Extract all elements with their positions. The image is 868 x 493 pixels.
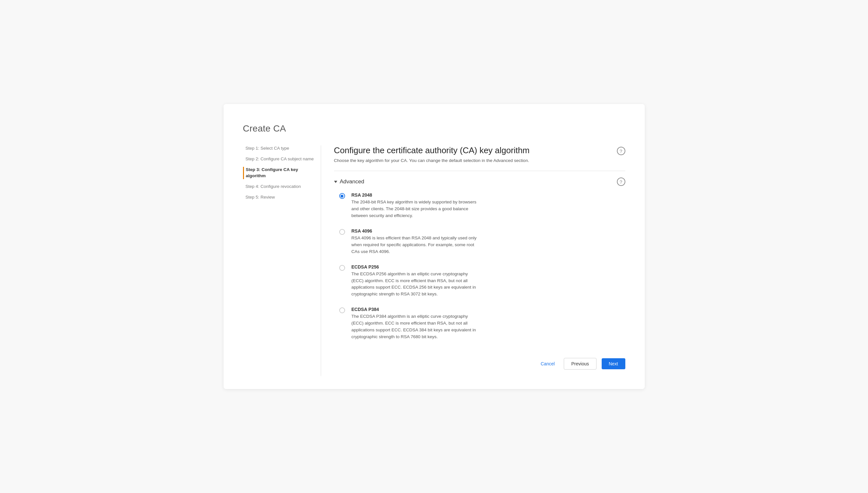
radio-options: RSA 2048The 2048-bit RSA key algorithm i… xyxy=(334,192,625,340)
page-container: Create CA Step 1: Select CA typeStep 2: … xyxy=(224,104,645,389)
radio-name-rsa2048: RSA 2048 xyxy=(352,192,481,198)
content-title: Configure the certificate authority (CA)… xyxy=(334,146,612,155)
sidebar-nav: Step 1: Select CA typeStep 2: Configure … xyxy=(243,146,314,200)
advanced-header: Advanced ? xyxy=(334,177,625,186)
radio-label-group-rsa2048: RSA 2048The 2048-bit RSA key algorithm i… xyxy=(352,192,481,219)
title-help-icon[interactable]: ? xyxy=(617,147,625,155)
content-subtitle: Choose the key algorithm for your CA. Yo… xyxy=(334,158,625,163)
sidebar-item-step3[interactable]: Step 3: Configure CA key algorithm xyxy=(243,167,314,179)
main-layout: Step 1: Select CA typeStep 2: Configure … xyxy=(243,146,625,376)
radio-name-rsa4096: RSA 4096 xyxy=(352,228,481,234)
next-button[interactable]: Next xyxy=(602,358,625,369)
radio-btn-rsa2048[interactable] xyxy=(339,193,345,199)
content-header: Configure the certificate authority (CA)… xyxy=(334,146,625,155)
divider xyxy=(334,171,625,171)
sidebar-item-step1[interactable]: Step 1: Select CA type xyxy=(243,146,314,152)
radio-name-ecdsap256: ECDSA P256 xyxy=(352,264,481,270)
chevron-down-icon xyxy=(334,181,337,183)
advanced-section: Advanced ? RSA 2048The 2048-bit RSA key … xyxy=(334,177,625,340)
radio-label-group-ecdsap384: ECDSA P384The ECDSA P384 algorithm is an… xyxy=(352,307,481,340)
radio-option-ecdsap384: ECDSA P384The ECDSA P384 algorithm is an… xyxy=(339,307,625,340)
content-area: Configure the certificate authority (CA)… xyxy=(321,146,625,376)
previous-button[interactable]: Previous xyxy=(564,358,596,370)
radio-btn-rsa4096[interactable] xyxy=(339,229,345,235)
radio-desc-rsa4096: RSA 4096 is less efficient than RSA 2048… xyxy=(352,235,481,255)
sidebar-item-step2[interactable]: Step 2: Configure CA subject name xyxy=(243,156,314,162)
sidebar: Step 1: Select CA typeStep 2: Configure … xyxy=(243,146,321,376)
radio-name-ecdsap384: ECDSA P384 xyxy=(352,307,481,312)
footer-actions: Cancel Previous Next xyxy=(334,348,625,370)
radio-label-group-rsa4096: RSA 4096RSA 4096 is less efficient than … xyxy=(352,228,481,255)
radio-label-group-ecdsap256: ECDSA P256The ECDSA P256 algorithm is an… xyxy=(352,264,481,298)
radio-option-ecdsap256: ECDSA P256The ECDSA P256 algorithm is an… xyxy=(339,264,625,298)
sidebar-item-step4[interactable]: Step 4: Configure revocation xyxy=(243,184,314,190)
advanced-label: Advanced xyxy=(340,178,364,185)
page-title: Create CA xyxy=(243,123,625,134)
radio-btn-ecdsap256[interactable] xyxy=(339,265,345,271)
cancel-button[interactable]: Cancel xyxy=(537,359,559,369)
radio-desc-ecdsap256: The ECDSA P256 algorithm is an elliptic … xyxy=(352,271,481,298)
radio-btn-ecdsap384[interactable] xyxy=(339,307,345,313)
radio-option-rsa4096: RSA 4096RSA 4096 is less efficient than … xyxy=(339,228,625,255)
advanced-toggle[interactable]: Advanced xyxy=(334,178,364,185)
radio-desc-rsa2048: The 2048-bit RSA key algorithm is widely… xyxy=(352,199,481,219)
radio-desc-ecdsap384: The ECDSA P384 algorithm is an elliptic … xyxy=(352,313,481,340)
radio-option-rsa2048: RSA 2048The 2048-bit RSA key algorithm i… xyxy=(339,192,625,219)
sidebar-item-step5[interactable]: Step 5: Review xyxy=(243,194,314,200)
advanced-help-icon[interactable]: ? xyxy=(617,177,625,186)
